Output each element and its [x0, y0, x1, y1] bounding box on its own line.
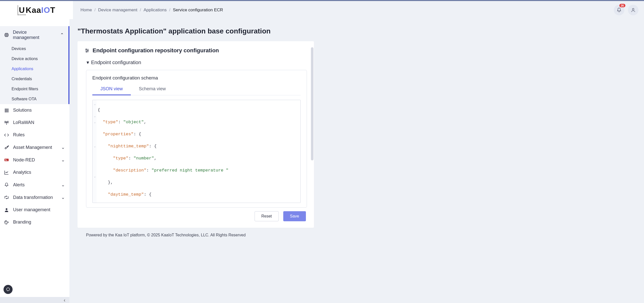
svg-point-21 — [7, 288, 10, 291]
node-red-icon — [4, 157, 9, 162]
user-icon — [4, 207, 9, 212]
chat-fab[interactable] — [4, 285, 13, 294]
svg-point-18 — [6, 222, 6, 222]
antenna-icon — [4, 120, 9, 125]
svg-rect-9 — [5, 111, 6, 112]
svg-point-23 — [88, 50, 88, 51]
section-toggle[interactable]: ▾ Endpoint configuration — [87, 59, 307, 65]
svg-rect-14 — [5, 159, 9, 161]
profile-button[interactable] — [628, 5, 638, 15]
svg-rect-1 — [5, 33, 8, 36]
sidebar-item-label: Branding — [13, 220, 31, 225]
separator: / — [169, 8, 170, 13]
svg-point-0 — [632, 8, 634, 10]
svg-rect-15 — [5, 159, 6, 160]
chevron-down-icon: ⌄ — [61, 182, 65, 188]
page-title: "Thermostats Application" application ba… — [77, 27, 634, 35]
sidebar-item-label: Applications — [12, 67, 33, 71]
breadcrumb-current: Service configuration ECR — [173, 8, 223, 13]
chevron-down-icon: ⌄ — [61, 145, 65, 150]
sidebar-item-user-management[interactable]: User management — [0, 204, 69, 216]
svg-point-22 — [86, 49, 87, 50]
schema-title: Endpoint configuration schema — [92, 75, 301, 81]
sidebar-item-applications[interactable]: Applications — [0, 64, 69, 74]
sidebar-item-credentials[interactable]: Credentials — [0, 74, 69, 84]
svg-rect-4 — [6, 109, 7, 110]
save-button[interactable]: Save — [283, 211, 306, 221]
transform-icon — [4, 195, 9, 200]
svg-rect-16 — [5, 160, 7, 161]
breadcrumb-applications[interactable]: Applications — [144, 8, 167, 13]
section-label: Endpoint configuration — [91, 60, 141, 65]
chart-icon — [4, 170, 9, 175]
header-actions: 26 — [614, 1, 644, 19]
svg-point-24 — [86, 51, 87, 52]
scrollbar-thumb[interactable] — [311, 47, 313, 160]
card-header-label: Endpoint configuration repository config… — [93, 47, 219, 54]
svg-rect-7 — [6, 110, 7, 111]
sidebar-item-alerts[interactable]: Alerts ⌄ — [0, 179, 69, 191]
grid-icon — [4, 108, 9, 113]
rocket-icon — [4, 145, 9, 150]
sidebar-item-data-transformation[interactable]: Data transformation ⌄ — [0, 191, 69, 204]
sidebar-item-endpoint-filters[interactable]: Endpoint filters — [0, 84, 69, 94]
footer: Powered by the Kaa IoT platform, © 2025 … — [77, 228, 634, 243]
chevron-left-icon: ‹ — [64, 297, 65, 303]
svg-point-17 — [6, 208, 8, 210]
sidebar-item-analytics[interactable]: Analytics — [0, 166, 69, 179]
logo[interactable]: UKaaIOT — [0, 1, 73, 19]
sidebar-item-label: User management — [13, 207, 50, 212]
sidebar-item-label: Asset Management — [13, 145, 52, 150]
separator: / — [140, 8, 141, 13]
sidebar-item-label: Credentials — [12, 77, 32, 81]
chevron-up-icon: ⌃ — [60, 32, 64, 38]
breadcrumb-home[interactable]: Home — [80, 8, 92, 13]
notifications-badge: 26 — [619, 4, 625, 7]
sidebar-item-devices[interactable]: Devices — [0, 44, 69, 54]
sliders-icon — [85, 48, 90, 53]
json-editor[interactable]: ⌄⌄⌄⌄⌄ { "type": "object", "properties": … — [92, 100, 301, 203]
palette-icon — [4, 220, 9, 225]
sidebar-item-label: Data transformation — [13, 195, 53, 200]
sidebar-item-device-management[interactable]: Device management ⌃ — [0, 26, 69, 44]
fold-gutter[interactable]: ⌄⌄⌄⌄⌄ — [93, 100, 97, 203]
sidebar-item-label: Alerts — [13, 182, 25, 188]
chip-icon — [4, 32, 9, 37]
sidebar-item-asset-management[interactable]: Asset Management ⌄ — [0, 141, 69, 154]
tab-schema-view[interactable]: Schema view — [131, 83, 174, 95]
svg-rect-3 — [5, 109, 6, 110]
sidebar-item-software-ota[interactable]: Software OTA — [0, 94, 69, 104]
card-actions: Reset Save — [85, 208, 307, 222]
breadcrumb-devicemgmt[interactable]: Device management — [98, 8, 137, 13]
sidebar-item-rules[interactable]: Rules — [0, 129, 69, 141]
sidebar-item-label: Analytics — [13, 170, 31, 175]
sidebar-item-label: Solutions — [13, 108, 32, 113]
svg-point-19 — [6, 221, 7, 222]
sidebar-collapse-button[interactable]: ‹ — [0, 297, 69, 303]
code-body[interactable]: { "type": "object", "properties": { "nig… — [97, 100, 300, 203]
schema-tabs: JSON view Schema view — [92, 83, 301, 95]
scrollbar[interactable] — [311, 47, 313, 196]
svg-rect-10 — [6, 111, 7, 112]
caret-down-icon: ▾ — [87, 59, 89, 65]
notifications-button[interactable]: 26 — [614, 5, 624, 15]
sidebar-item-label: Devices — [12, 47, 26, 51]
sidebar-item-label: LoRaWAN — [13, 120, 34, 125]
schema-box: Endpoint configuration schema JSON view … — [86, 70, 307, 208]
breadcrumb: Home / Device management / Applications … — [73, 1, 614, 19]
sidebar-item-device-actions[interactable]: Device actions — [0, 54, 69, 64]
sidebar-item-label: Endpoint filters — [12, 87, 38, 91]
reset-button[interactable]: Reset — [255, 211, 279, 221]
svg-rect-2 — [6, 34, 7, 36]
logo-mark: U — [18, 6, 26, 15]
config-card: Endpoint configuration repository config… — [77, 41, 314, 228]
sidebar-item-label: Device actions — [12, 57, 38, 61]
sidebar-item-lorawan[interactable]: LoRaWAN — [0, 116, 69, 129]
content: "Thermostats Application" application ba… — [69, 19, 644, 303]
sidebar-item-solutions[interactable]: Solutions — [0, 104, 69, 116]
svg-point-12 — [6, 121, 7, 122]
separator: / — [94, 8, 96, 13]
sidebar-item-node-red[interactable]: Node-RED ⌄ — [0, 154, 69, 166]
tab-json-view[interactable]: JSON view — [92, 83, 131, 95]
sidebar-item-branding[interactable]: Branding — [0, 216, 69, 228]
